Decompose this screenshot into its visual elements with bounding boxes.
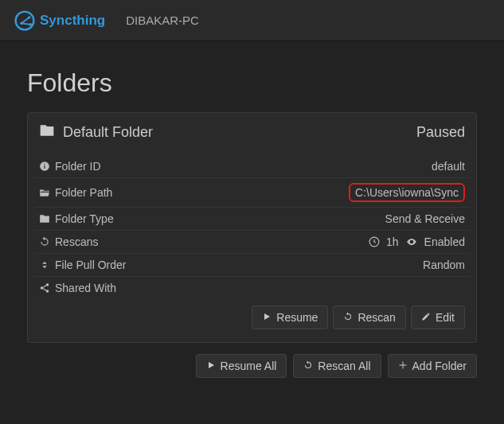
global-actions: Resume All Rescan All Add Folder [27, 354, 477, 378]
content: Folders Default Folder Paused Folder ID [0, 41, 504, 394]
syncthing-logo-icon [14, 10, 35, 31]
edit-button[interactable]: Edit [411, 305, 465, 329]
pull-order-value: Random [224, 254, 470, 277]
rescans-interval: 1h [386, 235, 399, 248]
brand[interactable]: Syncthing [14, 10, 105, 31]
refresh-icon [39, 236, 50, 247]
svg-rect-7 [44, 165, 45, 169]
device-name[interactable]: DIBAKAR-PC [126, 14, 199, 27]
folder-id-value: default [224, 155, 470, 178]
svg-point-12 [41, 286, 44, 290]
eye-icon [405, 235, 418, 248]
row-shared-with: Shared With [34, 277, 470, 300]
rescans-label: Rescans [55, 235, 98, 248]
info-icon [39, 161, 50, 172]
svg-line-5 [21, 23, 30, 25]
resume-all-button[interactable]: Resume All [196, 354, 287, 378]
play-icon [206, 360, 216, 372]
rescan-label: Rescan [357, 311, 395, 324]
svg-line-4 [21, 17, 29, 22]
play-icon [262, 311, 272, 324]
folder-id-label: Folder ID [55, 160, 101, 173]
resume-button[interactable]: Resume [252, 305, 328, 329]
folder-icon [39, 123, 55, 142]
row-pull-order: File Pull Order Random [34, 254, 470, 277]
add-folder-label: Add Folder [412, 360, 467, 372]
folder-path-value: C:\Users\iowna\Sync [355, 186, 459, 199]
folder-icon [39, 213, 50, 224]
rescans-watch: Enabled [424, 235, 465, 248]
row-rescans: Rescans 1h Enabled [34, 231, 470, 254]
brand-name: Syncthing [40, 13, 105, 29]
rescan-button[interactable]: Rescan [333, 305, 405, 329]
folder-panel: Default Folder Paused Folder ID default [27, 112, 477, 343]
folder-actions: Resume Rescan Edit [34, 299, 470, 331]
folder-panel-header[interactable]: Default Folder Paused [28, 113, 476, 152]
svg-point-13 [46, 290, 49, 293]
svg-rect-8 [44, 164, 45, 165]
shared-with-value [224, 277, 470, 300]
folder-open-icon [39, 187, 50, 198]
share-icon [39, 282, 50, 294]
row-folder-type: Folder Type Send & Receive [34, 208, 470, 231]
row-folder-id: Folder ID default [34, 155, 470, 178]
folder-status: Paused [416, 124, 465, 141]
resume-label: Resume [276, 311, 318, 324]
page-title: Folders [27, 68, 477, 98]
refresh-icon [303, 360, 313, 372]
refresh-icon [343, 311, 353, 324]
folder-type-value: Send & Receive [224, 208, 470, 231]
clock-icon [369, 235, 380, 248]
folder-path-label: Folder Path [55, 186, 112, 199]
rescan-all-button[interactable]: Rescan All [293, 354, 381, 378]
folder-path-highlight: C:\Users\iowna\Sync [349, 183, 465, 202]
rescan-all-label: Rescan All [318, 360, 370, 372]
shared-with-label: Shared With [55, 282, 116, 294]
edit-label: Edit [436, 311, 455, 324]
pencil-icon [421, 311, 431, 324]
svg-point-10 [410, 241, 412, 243]
add-folder-button[interactable]: Add Folder [388, 354, 477, 378]
folder-type-label: Folder Type [55, 212, 114, 225]
folder-info-table: Folder ID default Folder Path C:\Users\i… [34, 155, 470, 299]
svg-point-11 [46, 283, 49, 286]
folder-title: Default Folder [63, 124, 153, 141]
plus-icon [398, 360, 408, 372]
pull-order-label: File Pull Order [55, 259, 126, 271]
folder-panel-body: Folder ID default Folder Path C:\Users\i… [28, 152, 476, 342]
sort-icon [39, 259, 50, 270]
navbar: Syncthing DIBAKAR-PC [0, 0, 504, 41]
resume-all-label: Resume All [221, 360, 277, 372]
row-folder-path: Folder Path C:\Users\iowna\Sync [34, 178, 470, 208]
